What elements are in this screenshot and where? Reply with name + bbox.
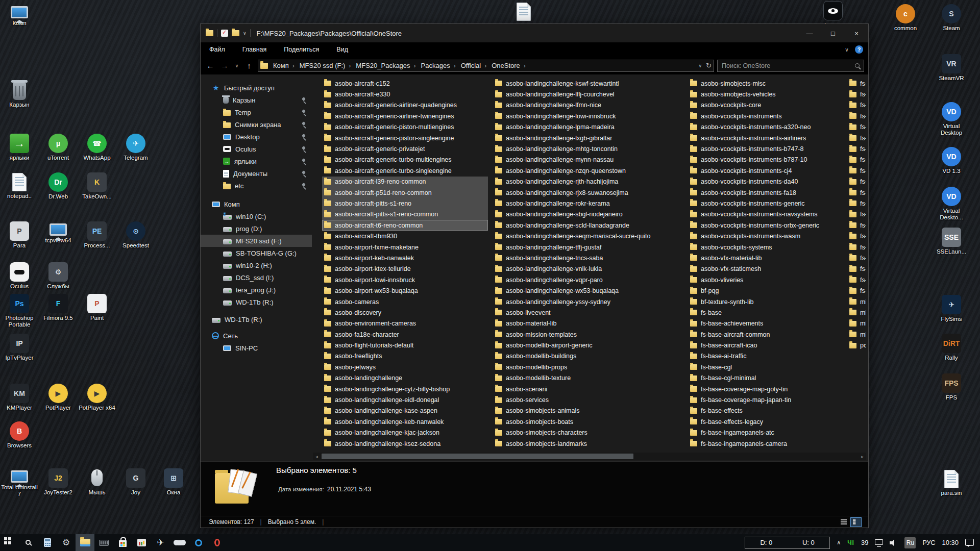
file-item[interactable]: fs-b <box>847 231 866 241</box>
temperature-tray-value[interactable]: 39 <box>861 539 868 546</box>
joy-icon[interactable]: G Joy <box>116 468 155 496</box>
sidebar-item[interactable]: Карзын <box>201 94 312 106</box>
file-item[interactable]: asobo-landingchallenge-lflj-courchevel <box>493 89 683 99</box>
file-item[interactable]: fs-base-ingamepanels-atc <box>688 428 842 438</box>
file-item[interactable]: asobo-flight-tutorials-default <box>322 340 488 350</box>
file-item[interactable]: asobo-aircraft-generic-privatejet <box>322 143 488 154</box>
file-item[interactable]: asobo-landingchallenge-vqpr-paro <box>493 274 683 285</box>
flysims-icon[interactable]: ✈ FlySims <box>932 295 971 322</box>
sidebar-item[interactable]: → ярлыки <box>201 155 312 167</box>
file-item[interactable]: asobo-vcockpits-instruments-airliners <box>688 133 842 143</box>
sidebar-item[interactable]: DCS_ssd (I:) <box>201 271 312 284</box>
store-icon[interactable] <box>113 534 132 551</box>
file-item[interactable]: fs-base-effects-legacy <box>688 416 842 427</box>
file-item[interactable]: fs-b <box>847 78 866 89</box>
file-item[interactable]: asobo-aircraft-generic-turbo-multiengine… <box>322 155 488 165</box>
volume-icon[interactable] <box>890 539 898 546</box>
file-item[interactable]: fs-base-coverage-map-goty-tin <box>688 384 842 394</box>
file-item[interactable]: fs-b <box>847 165 866 176</box>
file-item[interactable]: asobo-aircraft-c152 <box>322 78 488 89</box>
speedtest-icon[interactable]: ⊙ Speedtest <box>116 221 155 249</box>
total-uninstall-icon[interactable]: Total Uninstall 7 <box>0 468 39 497</box>
file-item[interactable]: asobo-freeflights <box>322 351 488 362</box>
sidebar-item[interactable]: WD-1Tb (R:) <box>201 313 312 325</box>
file-item[interactable]: fs-base-effects <box>688 406 842 416</box>
settings-icon[interactable]: ⚙ <box>57 534 76 551</box>
file-item[interactable]: asobo-services <box>493 394 683 405</box>
file-item[interactable]: asobo-aircraft-t6-reno-common <box>322 220 488 231</box>
tcpview-icon[interactable]: tcpview64 <box>39 221 78 244</box>
potplayer-icon[interactable]: ▶ PotPlayer <box>39 384 78 411</box>
fps-icon[interactable]: FPS FPS <box>932 373 971 401</box>
file-item[interactable]: pc-f <box>847 340 866 350</box>
sidebar-item[interactable]: WD-1Tb (R:) <box>201 296 312 308</box>
file-item[interactable]: asobo-landingchallenge-yssy-sydney <box>493 296 683 307</box>
dirt-rally-icon[interactable]: DiRT Rally <box>932 334 971 361</box>
file-item[interactable]: asobo-simobjects-characters <box>493 428 683 438</box>
file-item[interactable]: asobo-aircraft-generic-turbo-singleengin… <box>322 165 488 176</box>
file-item[interactable]: fs-d <box>847 285 866 296</box>
file-item[interactable]: mic <box>847 296 866 307</box>
oculus-app-icon[interactable] <box>189 534 208 551</box>
sidebar-item[interactable]: win10-2 (H:) <box>201 259 312 271</box>
takeown-icon[interactable]: K TakeOwn... <box>78 172 116 200</box>
file-item[interactable]: fs-base-cgl-minimal <box>688 373 842 384</box>
back-button[interactable]: ← <box>205 61 216 70</box>
language-label[interactable]: РУС <box>922 539 935 546</box>
file-item[interactable]: asobo-vcockpits-instruments-fa18 <box>688 187 842 198</box>
file-item[interactable]: fs-base-coverage-map-japan-tin <box>688 394 842 405</box>
computer-icon[interactable]: Комп <box>0 4 39 27</box>
file-item[interactable]: asobo-vcockpits-instruments-da40 <box>688 177 842 187</box>
help-icon[interactable]: ? <box>855 45 863 54</box>
file-item[interactable]: fs-b <box>847 220 866 231</box>
file-item[interactable]: asobo-landingchallenge-nzqn-queenstown <box>493 165 683 176</box>
recent-locations-chevron-icon[interactable]: ∨ <box>233 63 240 68</box>
flight-simulator-icon[interactable]: ✈ <box>151 534 170 551</box>
show-hidden-icons-chevron-icon[interactable]: ∧ <box>837 539 841 546</box>
sidebar-item[interactable]: win10 (C:) <box>201 210 312 222</box>
language-badge[interactable]: Ru <box>904 537 916 548</box>
file-item[interactable]: asobo-landingchallenge-lfmn-nice <box>493 100 683 111</box>
file-item[interactable]: asobo-discovery <box>322 307 488 318</box>
file-item[interactable]: fs-b <box>847 198 866 209</box>
file-item[interactable]: asobo-landingchallenge-tncs-saba <box>493 253 683 263</box>
file-item[interactable]: asobo-landingchallenge-eidl-donegal <box>322 394 488 405</box>
file-item[interactable]: asobo-simobjects-animals <box>493 406 683 416</box>
file-item[interactable]: fs-b <box>847 133 866 143</box>
file-item[interactable]: asobo-vfx-staticmesh <box>688 264 842 274</box>
new-folder-icon[interactable] <box>232 30 239 36</box>
file-item[interactable]: fs-base-aircraft-icao <box>688 340 842 350</box>
file-item[interactable]: asobo-vcockpits-instruments-b747-8 <box>688 143 842 154</box>
file-item[interactable]: asobo-vcockpits-instruments-a320-neo <box>688 122 842 133</box>
file-item[interactable]: asobo-landingchallenge-wx53-buqalaqa <box>493 285 683 296</box>
file-item[interactable]: asobo-liveevent <box>493 307 683 318</box>
net-monitor-tray-icon[interactable]: ЧІ <box>847 539 854 546</box>
file-item[interactable]: fs-b <box>847 264 866 274</box>
vd13-icon[interactable]: VD VD 1.3 <box>932 147 971 174</box>
sidebar-item[interactable]: Снимки экрана <box>201 118 312 131</box>
file-item[interactable]: fs-b <box>847 209 866 220</box>
close-button[interactable]: × <box>845 24 868 42</box>
file-item[interactable]: asobo-mission-templates <box>493 329 683 340</box>
file-item[interactable]: asobo-aircraft-p51d-reno-common <box>322 187 488 198</box>
file-item[interactable]: asobo-landingchallenge-lowi-innsbruck <box>493 111 683 121</box>
maximize-button[interactable]: □ <box>821 24 845 42</box>
services-icon[interactable]: ⚙ Службы <box>39 262 78 290</box>
process-explorer-icon[interactable]: PE Process... <box>78 221 116 249</box>
file-item[interactable]: asobo-fa18e-character <box>322 329 488 340</box>
file-item[interactable]: asobo-aircraft-tbm930 <box>322 231 488 241</box>
file-item[interactable]: mic <box>847 307 866 318</box>
file-item[interactable]: asobo-landingchallenge-sbgl-riodejaneiro <box>493 209 683 220</box>
game-icon[interactable] <box>170 534 189 551</box>
file-item[interactable]: fs-base-ingamepanels-camera <box>688 438 842 449</box>
qat-customize-chevron-icon[interactable]: ∨ <box>243 31 247 36</box>
file-item[interactable]: asobo-simobjects-vehicles <box>688 89 842 99</box>
file-item[interactable]: asobo-landingchallenge-seqm-mariscal-suc… <box>493 231 683 241</box>
breadcrumb-item[interactable]: MFS20 ssd (F:) <box>298 62 353 69</box>
file-item[interactable]: asobo-landingchallenge-lxgb-gibraltar <box>493 133 683 143</box>
file-item[interactable]: asobo-modellib-props <box>493 362 683 372</box>
ribbon-tab[interactable]: Поделиться <box>275 42 328 57</box>
steam-icon[interactable]: S Steam <box>932 4 971 32</box>
up-button[interactable]: ↑ <box>243 61 255 70</box>
file-item[interactable]: asobo-aircraft-generic-piston-multiengin… <box>322 122 488 133</box>
